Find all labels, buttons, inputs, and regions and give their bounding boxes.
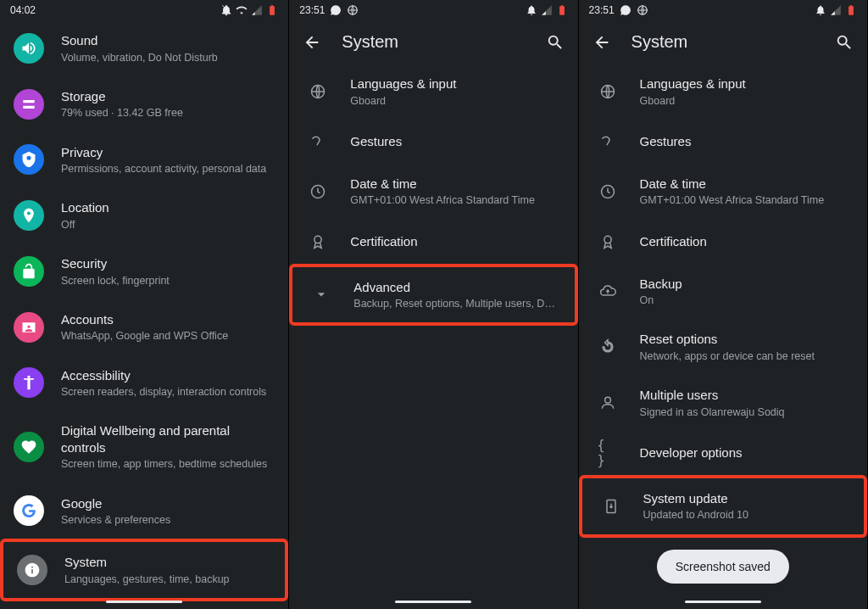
back-icon[interactable] [303, 33, 321, 52]
update-icon [601, 496, 621, 517]
item-reset[interactable]: Reset options Network, apps or device ca… [579, 319, 867, 375]
item-accessibility[interactable]: Accessibility Screen readers, display, i… [0, 355, 288, 411]
globe-icon [308, 81, 328, 102]
clock: 23:51 [589, 4, 615, 16]
item-sub: Volume, vibration, Do Not Disturb [61, 51, 275, 64]
nav-bar[interactable] [579, 594, 867, 609]
globe-notif-icon [347, 4, 359, 16]
wifi-icon [236, 4, 248, 16]
signal-icon [251, 4, 263, 16]
item-languages[interactable]: Languages & input Gboard [579, 64, 867, 120]
braces-icon: { } [598, 443, 618, 463]
item-certification[interactable]: Certification [579, 220, 867, 264]
item-datetime[interactable]: Date & time GMT+01:00 West Africa Standa… [579, 164, 867, 220]
item-title: Privacy [61, 144, 275, 161]
settings-list: Sound Volume, vibration, Do Not Disturb … [0, 20, 288, 609]
item-storage[interactable]: Storage 79% used · 13.42 GB free [0, 76, 288, 132]
item-title: Backup [640, 276, 854, 293]
dnd-icon [220, 4, 232, 16]
gestures-icon [598, 131, 618, 152]
item-title: Date & time [640, 176, 854, 193]
item-google[interactable]: Google Services & preferences [0, 483, 288, 539]
item-title: Certification [640, 233, 854, 250]
item-title: Gestures [640, 133, 854, 150]
item-wellbeing[interactable]: Digital Wellbeing and parental controls … [0, 411, 288, 483]
wellbeing-icon [14, 432, 44, 462]
globe-notif-icon [637, 4, 648, 16]
item-title: System [64, 554, 271, 571]
certification-icon [308, 232, 328, 252]
chevron-down-icon [311, 284, 331, 304]
item-privacy[interactable]: Privacy Permissions, account activity, p… [0, 132, 288, 188]
item-title: Languages & input [640, 75, 854, 92]
item-sub: Off [61, 218, 275, 232]
item-developer[interactable]: { } Developer options [579, 431, 867, 475]
location-icon [14, 200, 44, 231]
status-bar: 23:51 [579, 0, 867, 20]
back-icon[interactable] [593, 33, 611, 52]
item-title: Reset options [640, 331, 854, 348]
reset-icon [598, 337, 618, 357]
clock: 04:02 [10, 4, 36, 16]
item-accounts[interactable]: Accounts WhatsApp, Google and WPS Office [0, 299, 288, 355]
privacy-icon [14, 144, 44, 175]
whatsapp-icon [620, 4, 632, 16]
item-languages[interactable]: Languages & input Gboard [289, 64, 577, 120]
item-title: Sound [61, 32, 275, 49]
accessibility-icon [14, 367, 44, 398]
item-sound[interactable]: Sound Volume, vibration, Do Not Disturb [0, 20, 288, 76]
google-icon [14, 495, 44, 526]
item-advanced[interactable]: Advanced Backup, Reset options, Multiple… [289, 264, 577, 327]
cloud-icon [598, 281, 618, 301]
item-sub: Signed in as Olanrewaju Sodiq [640, 405, 854, 419]
system-list: Languages & input Gboard Gestures Date &… [579, 64, 867, 538]
item-sub: Gboard [350, 94, 564, 108]
item-sub: 79% used · 13.42 GB free [61, 106, 275, 120]
clock: 23:51 [299, 4, 325, 16]
globe-icon [598, 81, 618, 102]
item-title: Languages & input [350, 75, 564, 92]
search-icon[interactable] [546, 33, 565, 52]
item-sub: GMT+01:00 West Africa Standard Time [640, 193, 854, 207]
item-title: Multiple users [640, 387, 854, 404]
search-icon[interactable] [835, 33, 854, 52]
svg-point-9 [604, 397, 610, 403]
item-sub: On [640, 293, 854, 307]
item-title: Advanced [353, 279, 560, 296]
dnd-icon [526, 4, 537, 16]
page-title: System [632, 32, 815, 52]
item-sub: Updated to Android 10 [643, 508, 850, 522]
item-location[interactable]: Location Off [0, 187, 288, 243]
battery-icon [845, 4, 857, 16]
item-system-update[interactable]: System update Updated to Android 10 [579, 475, 867, 538]
item-system[interactable]: System Languages, gestures, time, backup [0, 539, 288, 601]
toast[interactable]: Screenshot saved [657, 550, 789, 584]
item-certification[interactable]: Certification [289, 220, 577, 264]
item-backup[interactable]: Backup On [579, 264, 867, 320]
status-bar: 04:02 [0, 0, 288, 20]
item-sub: Languages, gestures, time, backup [64, 573, 271, 586]
item-title: Google [61, 495, 275, 512]
item-sub: Screen lock, fingerprint [61, 274, 275, 288]
item-title: Certification [350, 233, 564, 250]
header: System [579, 20, 867, 64]
item-gestures[interactable]: Gestures [289, 120, 577, 164]
storage-icon [14, 89, 44, 120]
page-title: System [342, 32, 525, 52]
nav-bar[interactable] [289, 594, 577, 609]
item-datetime[interactable]: Date & time GMT+01:00 West Africa Standa… [289, 164, 577, 220]
status-bar: 23:51 [289, 0, 577, 20]
item-title: Developer options [640, 444, 854, 461]
item-security[interactable]: Security Screen lock, fingerprint [0, 243, 288, 299]
item-users[interactable]: Multiple users Signed in as Olanrewaju S… [579, 375, 867, 431]
security-icon [14, 256, 44, 287]
item-sub: Network, apps or device can be reset [640, 349, 854, 363]
item-title: System update [643, 490, 850, 507]
svg-point-0 [27, 376, 30, 378]
item-title: Gestures [350, 133, 564, 150]
certification-icon [598, 232, 618, 252]
svg-point-8 [604, 236, 610, 243]
nav-bar[interactable] [0, 594, 288, 609]
item-gestures[interactable]: Gestures [579, 120, 867, 164]
whatsapp-icon [330, 4, 342, 16]
